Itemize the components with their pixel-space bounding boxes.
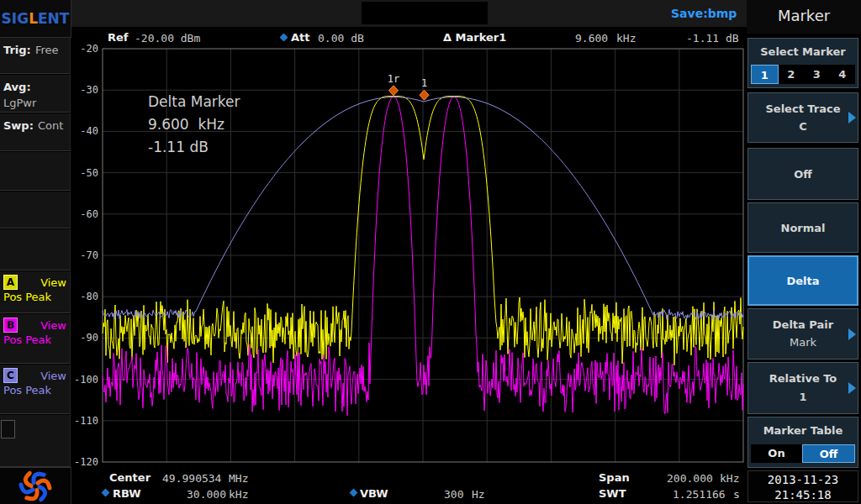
rbw-value: 30.000 [187,488,226,501]
svg-text:-40: -40 [80,125,98,137]
span-unit: kHz [720,472,739,485]
svg-text:-80: -80 [80,291,98,302]
marker-off-label: Off [794,168,812,181]
svg-text:-110: -110 [74,415,98,427]
svg-text:-70: -70 [80,249,98,261]
select-marker-button[interactable]: Select Marker 1 2 3 4 [747,38,858,88]
marker-4-segment[interactable]: 4 [830,65,856,84]
svg-text:-30: -30 [80,84,98,96]
marker-normal-button[interactable]: Normal [747,202,858,253]
relative-to-label: Relative To [748,372,858,385]
delta-readout-level: -1.11 dB [148,136,240,159]
select-trace-button[interactable]: Select Trace C [747,92,858,143]
menu-title: Marker [747,0,861,34]
select-trace-value: C [748,120,858,133]
marker-delta-label: Delta [786,275,819,287]
svg-text:1: 1 [421,77,427,89]
relative-to-button[interactable]: Relative To 1 [747,362,858,414]
delta-readout-title: Delta Marker [148,91,240,113]
svg-text:1r: 1r [388,73,399,85]
submenu-arrow-icon [848,328,856,340]
marker-table-button[interactable]: Marker Table On Off [747,417,858,468]
svg-text:-90: -90 [80,332,98,344]
swt-unit: s [733,488,740,501]
marker-table-off-option[interactable]: Off [802,444,855,463]
marker-table-label: Marker Table [748,424,858,437]
swt-value: 1.251166 [673,488,726,501]
rbw-label: RBW [113,487,141,500]
swt-label: SWT [599,487,626,500]
center-freq-unit: MHz [229,472,248,485]
delta-readout-freq: 9.600 kHz [148,113,240,136]
svg-text:-60: -60 [80,208,98,220]
delta-pair-value: Mark [748,336,858,349]
delta-marker-readout: Delta Marker 9.600 kHz -1.11 dB [148,91,240,159]
delta-pair-label: Delta Pair [748,318,858,331]
select-marker-label: Select Marker [748,45,858,58]
vbw-value: 300 [444,488,463,501]
marker-1-segment[interactable]: 1 [751,65,779,84]
center-freq-value: 49.990534 [162,472,221,485]
delta-pair-button[interactable]: Delta Pair Mark [747,308,858,360]
marker-normal-label: Normal [781,222,826,234]
center-freq-label: Center [109,471,151,484]
marker-2-segment[interactable]: 2 [779,65,805,84]
marker-off-button[interactable]: Off [747,148,858,200]
vbw-label: VBW [360,487,388,500]
marker-table-toggle: On Off [751,444,855,463]
softkey-menu: Marker Select Marker 1 2 3 4 Select Trac… [747,0,861,504]
rbw-unit: kHz [229,488,248,501]
spectrum-analyzer-screen: SIGLENT Save:bmp Ref -20.00 dBm Att 0.00… [0,0,861,504]
svg-text:-20: -20 [80,43,98,55]
marker-table-on-option[interactable]: On [751,444,802,463]
svg-text:-100: -100 [74,374,98,386]
marker-3-segment[interactable]: 3 [804,65,830,84]
submenu-arrow-icon [848,382,856,394]
vbw-unit: Hz [472,488,485,501]
relative-to-value: 1 [748,391,858,403]
datetime-display: 2013-11-23 21:45:18 [747,470,858,502]
select-trace-label: Select Trace [748,102,858,115]
marker-number-segments: 1 2 3 4 [751,65,855,84]
span-label: Span [599,471,630,484]
svg-text:-50: -50 [80,167,98,179]
marker-delta-button[interactable]: Delta [747,255,858,306]
date-text: 2013-11-23 [748,472,858,487]
time-text: 21:45:18 [748,487,858,502]
submenu-arrow-icon [848,112,856,123]
svg-text:-120: -120 [74,456,98,468]
span-value: 200.000 [667,472,713,485]
spectrum-plot: -20-30-40-50-60-70-80-90-100-110-1201r1 [0,0,861,504]
